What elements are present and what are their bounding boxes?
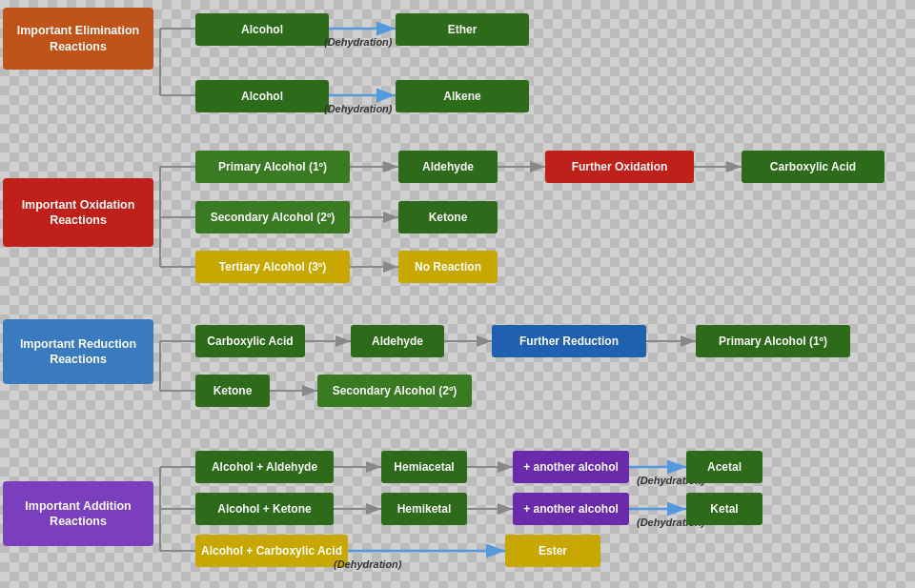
diagram: Important Elimination Reactions Importan… bbox=[0, 0, 915, 588]
alcohol-aldehyde-box: Alcohol + Aldehyde bbox=[195, 451, 334, 483]
no-reaction-box: No Reaction bbox=[398, 251, 498, 283]
oxidation-label: Important Oxidation Reactions bbox=[3, 178, 153, 247]
ketone1-box: Ketone bbox=[398, 201, 498, 233]
primary-alcohol1-box: Primary Alcohol (1º) bbox=[195, 151, 350, 183]
alcohol2-box: Alcohol bbox=[195, 80, 329, 112]
reduction-label: Important Reduction Reactions bbox=[3, 319, 153, 384]
dehydration5-label: (Dehydration) bbox=[334, 558, 402, 570]
primary-alcohol2-box: Primary Alcohol (1º) bbox=[696, 325, 850, 357]
ester-box: Ester bbox=[505, 535, 600, 567]
carboxylic-acid2-box: Carboxylic Acid bbox=[195, 325, 305, 357]
alcohol1-box: Alcohol bbox=[195, 13, 329, 46]
further-reduction-box: Further Reduction bbox=[492, 325, 646, 357]
secondary-alcohol2-box: Secondary Alcohol (2º) bbox=[317, 375, 472, 407]
addition-label: Important Addition Reactions bbox=[3, 481, 153, 546]
another-alcohol1-box: + another alcohol bbox=[513, 451, 629, 483]
acetal-box: Acetal bbox=[686, 451, 762, 483]
ketal-box: Ketal bbox=[686, 493, 762, 525]
tertiary-alcohol-box: Tertiary Alcohol (3º) bbox=[195, 251, 350, 283]
aldehyde2-box: Aldehyde bbox=[351, 325, 444, 357]
hemiacetal-box: Hemiacetal bbox=[381, 451, 467, 483]
another-alcohol2-box: + another alcohol bbox=[513, 493, 629, 525]
carboxylic-acid1-box: Carboxylic Acid bbox=[742, 151, 884, 183]
ketone2-box: Ketone bbox=[195, 375, 270, 407]
alcohol-carboxylic-box: Alcohol + Carboxylic Acid bbox=[195, 535, 348, 567]
dehydration2-label: (Dehydration) bbox=[324, 103, 393, 114]
aldehyde1-box: Aldehyde bbox=[398, 151, 498, 183]
elimination-label: Important Elimination Reactions bbox=[3, 8, 153, 70]
alkene-box: Alkene bbox=[396, 80, 529, 112]
ether-box: Ether bbox=[396, 13, 529, 46]
hemiketal-box: Hemiketal bbox=[381, 493, 467, 525]
dehydration1-label: (Dehydration) bbox=[324, 36, 393, 48]
further-oxidation-box: Further Oxidation bbox=[545, 151, 694, 183]
secondary-alcohol1-box: Secondary Alcohol (2º) bbox=[195, 201, 350, 233]
alcohol-ketone-box: Alcohol + Ketone bbox=[195, 493, 334, 525]
